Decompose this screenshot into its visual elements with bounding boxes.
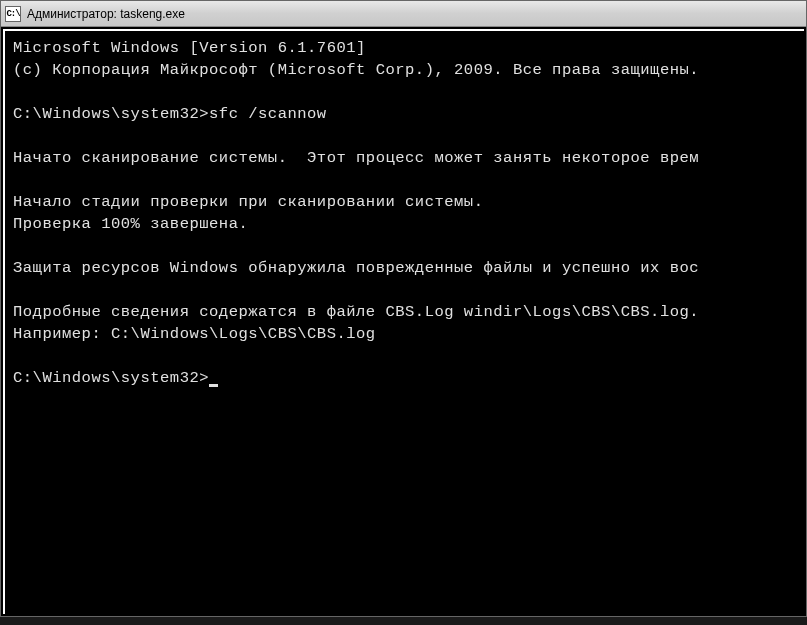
command-1: sfc /scannow [209,105,327,123]
prompt-1: C:\Windows\system32> [13,105,209,123]
version-line: Microsoft Windows [Version 6.1.7601] [13,39,366,57]
details-line: Подробные сведения содержатся в файле CB… [13,303,699,321]
example-line: Например: C:\Windows\Logs\CBS\CBS.log [13,325,376,343]
terminal-content: Microsoft Windows [Version 6.1.7601] (c)… [13,37,796,389]
prompt-2: C:\Windows\system32> [13,369,209,387]
scan-result-line: Защита ресурсов Windows обнаружила повре… [13,259,699,277]
scan-stage-line: Начало стадии проверки при сканировании … [13,193,483,211]
scan-progress-line: Проверка 100% завершена. [13,215,248,233]
cmd-icon: C:\ [5,6,21,22]
titlebar[interactable]: C:\ Администратор: taskeng.exe [1,1,806,27]
window-title: Администратор: taskeng.exe [27,7,185,21]
terminal-area[interactable]: Microsoft Windows [Version 6.1.7601] (c)… [3,29,804,614]
cursor [209,384,218,387]
copyright-line: (c) Корпорация Майкрософт (Microsoft Cor… [13,61,699,79]
scan-started-line: Начато сканирование системы. Этот процес… [13,149,699,167]
console-window: C:\ Администратор: taskeng.exe Microsoft… [0,0,807,617]
